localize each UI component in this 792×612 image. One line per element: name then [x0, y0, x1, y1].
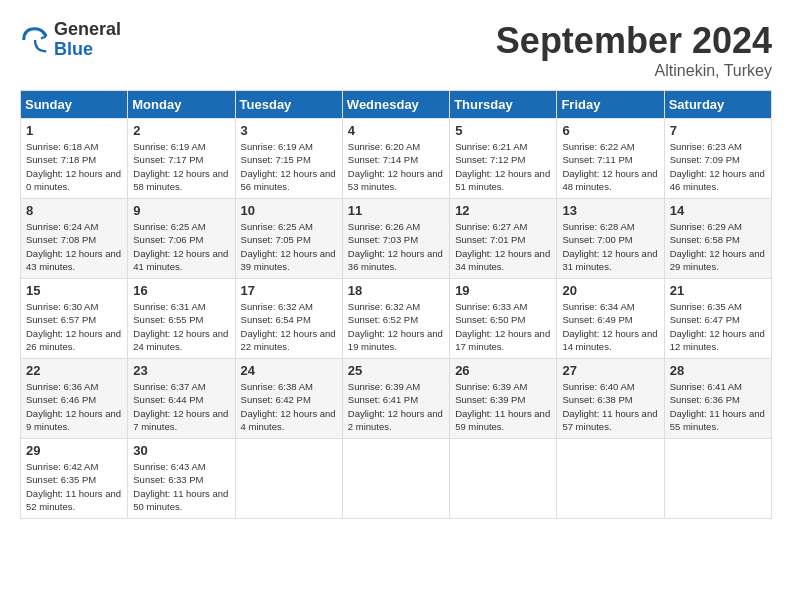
table-row: 27 Sunrise: 6:40 AM Sunset: 6:38 PM Dayl…	[557, 359, 664, 439]
day-number: 25	[348, 363, 444, 378]
table-row: 26 Sunrise: 6:39 AM Sunset: 6:39 PM Dayl…	[450, 359, 557, 439]
day-info: Sunrise: 6:20 AM Sunset: 7:14 PM Dayligh…	[348, 140, 444, 193]
table-row: 20 Sunrise: 6:34 AM Sunset: 6:49 PM Dayl…	[557, 279, 664, 359]
header-thursday: Thursday	[450, 91, 557, 119]
table-row: 30 Sunrise: 6:43 AM Sunset: 6:33 PM Dayl…	[128, 439, 235, 519]
day-number: 30	[133, 443, 229, 458]
table-row: 2 Sunrise: 6:19 AM Sunset: 7:17 PM Dayli…	[128, 119, 235, 199]
table-row: 3 Sunrise: 6:19 AM Sunset: 7:15 PM Dayli…	[235, 119, 342, 199]
day-info: Sunrise: 6:39 AM Sunset: 6:39 PM Dayligh…	[455, 380, 551, 433]
logo: General Blue	[20, 20, 121, 60]
page-header: General Blue September 2024 Altinekin, T…	[20, 20, 772, 80]
day-info: Sunrise: 6:39 AM Sunset: 6:41 PM Dayligh…	[348, 380, 444, 433]
day-number: 10	[241, 203, 337, 218]
logo-text: General Blue	[54, 20, 121, 60]
table-row	[664, 439, 771, 519]
day-number: 20	[562, 283, 658, 298]
table-row: 24 Sunrise: 6:38 AM Sunset: 6:42 PM Dayl…	[235, 359, 342, 439]
day-number: 2	[133, 123, 229, 138]
day-info: Sunrise: 6:29 AM Sunset: 6:58 PM Dayligh…	[670, 220, 766, 273]
day-number: 23	[133, 363, 229, 378]
table-row: 13 Sunrise: 6:28 AM Sunset: 7:00 PM Dayl…	[557, 199, 664, 279]
day-info: Sunrise: 6:19 AM Sunset: 7:15 PM Dayligh…	[241, 140, 337, 193]
header-friday: Friday	[557, 91, 664, 119]
day-info: Sunrise: 6:19 AM Sunset: 7:17 PM Dayligh…	[133, 140, 229, 193]
calendar-week-row: 22 Sunrise: 6:36 AM Sunset: 6:46 PM Dayl…	[21, 359, 772, 439]
day-info: Sunrise: 6:22 AM Sunset: 7:11 PM Dayligh…	[562, 140, 658, 193]
day-number: 28	[670, 363, 766, 378]
table-row: 5 Sunrise: 6:21 AM Sunset: 7:12 PM Dayli…	[450, 119, 557, 199]
day-number: 9	[133, 203, 229, 218]
day-info: Sunrise: 6:40 AM Sunset: 6:38 PM Dayligh…	[562, 380, 658, 433]
table-row: 23 Sunrise: 6:37 AM Sunset: 6:44 PM Dayl…	[128, 359, 235, 439]
day-number: 24	[241, 363, 337, 378]
table-row: 16 Sunrise: 6:31 AM Sunset: 6:55 PM Dayl…	[128, 279, 235, 359]
day-info: Sunrise: 6:28 AM Sunset: 7:00 PM Dayligh…	[562, 220, 658, 273]
day-info: Sunrise: 6:31 AM Sunset: 6:55 PM Dayligh…	[133, 300, 229, 353]
day-number: 18	[348, 283, 444, 298]
table-row: 8 Sunrise: 6:24 AM Sunset: 7:08 PM Dayli…	[21, 199, 128, 279]
day-info: Sunrise: 6:26 AM Sunset: 7:03 PM Dayligh…	[348, 220, 444, 273]
day-number: 16	[133, 283, 229, 298]
day-number: 21	[670, 283, 766, 298]
day-number: 19	[455, 283, 551, 298]
day-info: Sunrise: 6:30 AM Sunset: 6:57 PM Dayligh…	[26, 300, 122, 353]
calendar-week-row: 15 Sunrise: 6:30 AM Sunset: 6:57 PM Dayl…	[21, 279, 772, 359]
logo-blue: Blue	[54, 40, 121, 60]
table-row: 19 Sunrise: 6:33 AM Sunset: 6:50 PM Dayl…	[450, 279, 557, 359]
day-number: 7	[670, 123, 766, 138]
header-saturday: Saturday	[664, 91, 771, 119]
header-tuesday: Tuesday	[235, 91, 342, 119]
table-row	[450, 439, 557, 519]
day-info: Sunrise: 6:21 AM Sunset: 7:12 PM Dayligh…	[455, 140, 551, 193]
day-info: Sunrise: 6:25 AM Sunset: 7:05 PM Dayligh…	[241, 220, 337, 273]
day-info: Sunrise: 6:32 AM Sunset: 6:54 PM Dayligh…	[241, 300, 337, 353]
logo-general: General	[54, 20, 121, 40]
day-number: 29	[26, 443, 122, 458]
table-row: 18 Sunrise: 6:32 AM Sunset: 6:52 PM Dayl…	[342, 279, 449, 359]
day-info: Sunrise: 6:42 AM Sunset: 6:35 PM Dayligh…	[26, 460, 122, 513]
calendar-week-row: 8 Sunrise: 6:24 AM Sunset: 7:08 PM Dayli…	[21, 199, 772, 279]
day-number: 26	[455, 363, 551, 378]
day-info: Sunrise: 6:24 AM Sunset: 7:08 PM Dayligh…	[26, 220, 122, 273]
table-row: 29 Sunrise: 6:42 AM Sunset: 6:35 PM Dayl…	[21, 439, 128, 519]
day-number: 15	[26, 283, 122, 298]
table-row: 25 Sunrise: 6:39 AM Sunset: 6:41 PM Dayl…	[342, 359, 449, 439]
day-info: Sunrise: 6:32 AM Sunset: 6:52 PM Dayligh…	[348, 300, 444, 353]
day-number: 1	[26, 123, 122, 138]
location: Altinekin, Turkey	[496, 62, 772, 80]
table-row: 10 Sunrise: 6:25 AM Sunset: 7:05 PM Dayl…	[235, 199, 342, 279]
day-info: Sunrise: 6:33 AM Sunset: 6:50 PM Dayligh…	[455, 300, 551, 353]
day-number: 27	[562, 363, 658, 378]
calendar-week-row: 29 Sunrise: 6:42 AM Sunset: 6:35 PM Dayl…	[21, 439, 772, 519]
table-row	[342, 439, 449, 519]
table-row: 28 Sunrise: 6:41 AM Sunset: 6:36 PM Dayl…	[664, 359, 771, 439]
day-info: Sunrise: 6:36 AM Sunset: 6:46 PM Dayligh…	[26, 380, 122, 433]
table-row: 17 Sunrise: 6:32 AM Sunset: 6:54 PM Dayl…	[235, 279, 342, 359]
table-row: 15 Sunrise: 6:30 AM Sunset: 6:57 PM Dayl…	[21, 279, 128, 359]
table-row	[235, 439, 342, 519]
day-number: 8	[26, 203, 122, 218]
day-info: Sunrise: 6:43 AM Sunset: 6:33 PM Dayligh…	[133, 460, 229, 513]
day-number: 17	[241, 283, 337, 298]
table-row: 11 Sunrise: 6:26 AM Sunset: 7:03 PM Dayl…	[342, 199, 449, 279]
day-number: 3	[241, 123, 337, 138]
table-row: 1 Sunrise: 6:18 AM Sunset: 7:18 PM Dayli…	[21, 119, 128, 199]
table-row: 6 Sunrise: 6:22 AM Sunset: 7:11 PM Dayli…	[557, 119, 664, 199]
calendar-table: Sunday Monday Tuesday Wednesday Thursday…	[20, 90, 772, 519]
day-info: Sunrise: 6:41 AM Sunset: 6:36 PM Dayligh…	[670, 380, 766, 433]
table-row: 22 Sunrise: 6:36 AM Sunset: 6:46 PM Dayl…	[21, 359, 128, 439]
day-info: Sunrise: 6:23 AM Sunset: 7:09 PM Dayligh…	[670, 140, 766, 193]
day-number: 11	[348, 203, 444, 218]
day-info: Sunrise: 6:18 AM Sunset: 7:18 PM Dayligh…	[26, 140, 122, 193]
day-info: Sunrise: 6:27 AM Sunset: 7:01 PM Dayligh…	[455, 220, 551, 273]
table-row: 7 Sunrise: 6:23 AM Sunset: 7:09 PM Dayli…	[664, 119, 771, 199]
table-row: 14 Sunrise: 6:29 AM Sunset: 6:58 PM Dayl…	[664, 199, 771, 279]
day-number: 5	[455, 123, 551, 138]
calendar-week-row: 1 Sunrise: 6:18 AM Sunset: 7:18 PM Dayli…	[21, 119, 772, 199]
day-info: Sunrise: 6:25 AM Sunset: 7:06 PM Dayligh…	[133, 220, 229, 273]
day-info: Sunrise: 6:35 AM Sunset: 6:47 PM Dayligh…	[670, 300, 766, 353]
day-info: Sunrise: 6:38 AM Sunset: 6:42 PM Dayligh…	[241, 380, 337, 433]
day-number: 13	[562, 203, 658, 218]
day-number: 6	[562, 123, 658, 138]
